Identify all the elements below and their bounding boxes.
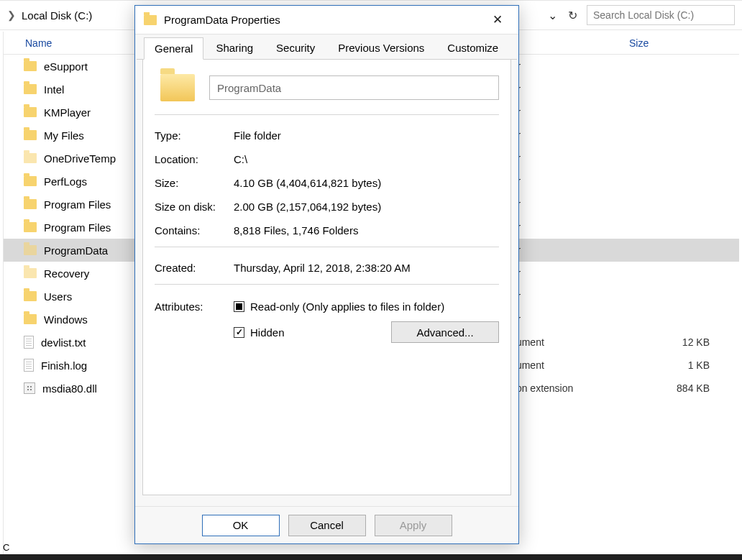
dialog-buttons: OK Cancel Apply: [135, 506, 518, 543]
properties-dialog: ProgramData Properties ✕ General Sharing…: [134, 5, 519, 544]
breadcrumb-label: Local Disk (C:): [22, 9, 92, 22]
created-label: Created:: [155, 262, 234, 274]
folder-name-input[interactable]: [209, 75, 499, 100]
dialog-titlebar[interactable]: ProgramData Properties ✕: [135, 6, 518, 35]
hidden-checkbox[interactable]: [234, 327, 244, 338]
tab-security[interactable]: Security: [265, 37, 326, 59]
tab-customize[interactable]: Customize: [436, 37, 509, 59]
folder-icon: [24, 84, 37, 94]
file-name: KMPlayer: [44, 106, 91, 119]
location-label: Location:: [155, 153, 234, 165]
refresh-icon[interactable]: ↻: [564, 6, 581, 24]
file-name: Program Files: [44, 221, 111, 234]
folder-icon: [24, 176, 37, 186]
readonly-checkbox[interactable]: [234, 301, 244, 312]
size-value: 4.10 GB (4,404,614,821 bytes): [234, 177, 381, 189]
dialog-title: ProgramData Properties: [164, 14, 280, 26]
file-name: PerfLogs: [44, 175, 87, 188]
contains-value: 8,818 Files, 1,746 Folders: [234, 224, 358, 237]
chevron-right-icon: ❯: [7, 9, 16, 21]
file-name: msdia80.dll: [42, 382, 97, 395]
search-input[interactable]: [587, 9, 734, 21]
dialog-tabs: General Sharing Security Previous Versio…: [137, 35, 517, 60]
folder-icon: [24, 130, 37, 140]
size-label: Size:: [155, 177, 234, 189]
file-name: My Files: [44, 129, 84, 142]
dll-icon: [24, 382, 35, 394]
cancel-button[interactable]: Cancel: [288, 515, 366, 536]
advanced-button[interactable]: Advanced...: [391, 321, 499, 343]
folder-icon: [24, 222, 37, 232]
attributes-label: Attributes:: [155, 300, 234, 313]
folder-icon: [24, 268, 37, 278]
tab-general[interactable]: General: [144, 37, 203, 60]
location-value: C:\: [234, 153, 247, 165]
file-name: eSupport: [44, 60, 88, 73]
folder-icon: [24, 107, 37, 117]
file-name: Users: [44, 290, 72, 303]
type-label: Type:: [155, 129, 234, 142]
file-name: Recovery: [44, 267, 89, 280]
folder-icon: [24, 199, 37, 209]
readonly-label: Read-only (Only applies to files in fold…: [250, 300, 444, 313]
status-text: C: [3, 542, 9, 553]
size-on-disk-label: Size on disk:: [155, 201, 234, 213]
file-size: 1 KB: [638, 359, 710, 371]
search-box[interactable]: [587, 5, 735, 25]
breadcrumb[interactable]: ❯ Local Disk (C:): [4, 5, 92, 25]
file-size: 12 KB: [638, 336, 710, 348]
tab-sharing[interactable]: Sharing: [205, 37, 264, 59]
folder-icon: [24, 245, 37, 255]
ok-button[interactable]: OK: [202, 515, 280, 536]
file-name: devlist.txt: [41, 336, 86, 349]
folder-icon: [24, 61, 37, 71]
file-name: Intel: [44, 83, 64, 96]
tab-page-general: Type: File folder Location: C:\ Size: 4.…: [142, 60, 511, 495]
file-icon: [24, 336, 34, 349]
type-value: File folder: [234, 129, 281, 142]
file-name: Finish.log: [41, 359, 87, 372]
file-name: OneDriveTemp: [44, 152, 116, 165]
folder-icon: [24, 314, 37, 324]
folder-icon: [24, 291, 37, 301]
folder-icon: [24, 153, 37, 163]
file-name: Program Files: [44, 198, 111, 211]
tab-previous[interactable]: Previous Versions: [327, 37, 435, 59]
file-name: Windows: [44, 313, 88, 326]
apply-button[interactable]: Apply: [375, 515, 452, 536]
file-icon: [24, 359, 34, 372]
status-bar: [0, 554, 742, 560]
column-header-size[interactable]: Size: [629, 37, 715, 49]
folder-icon: [144, 15, 157, 25]
contains-label: Contains:: [155, 224, 234, 237]
file-name: ProgramData: [44, 244, 108, 257]
size-on-disk-value: 2.00 GB (2,157,064,192 bytes): [234, 201, 381, 213]
close-icon[interactable]: ✕: [487, 8, 508, 32]
created-value: Thursday, April 12, 2018, 2:38:20 AM: [234, 262, 411, 274]
file-size: 884 KB: [638, 382, 710, 394]
dropdown-icon[interactable]: ⌄: [544, 6, 561, 24]
hidden-label: Hidden: [250, 326, 285, 339]
folder-large-icon: [160, 74, 195, 101]
